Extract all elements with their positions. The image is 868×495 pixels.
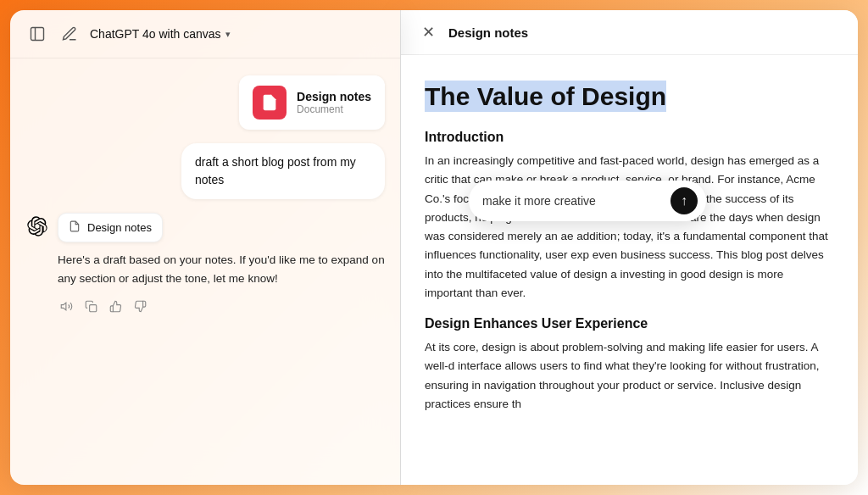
canvas-edit-input[interactable] xyxy=(482,194,662,208)
canvas-header: ✕ Design notes xyxy=(401,10,858,55)
file-info: Design notes Document xyxy=(297,90,371,115)
user-message-bubble: draft a short blog post from my notes xyxy=(181,143,385,199)
doc-title: The Value of Design xyxy=(425,81,666,112)
ref-label: Design notes xyxy=(87,221,152,234)
canvas-panel-title: Design notes xyxy=(448,25,528,40)
section2-heading: Design Enhances User Experience xyxy=(425,316,834,331)
ai-reference-card[interactable]: Design notes xyxy=(58,213,163,242)
file-type-icon xyxy=(253,86,287,120)
intro-heading: Introduction xyxy=(425,130,834,145)
new-chat-icon[interactable] xyxy=(58,22,81,46)
close-canvas-button[interactable]: ✕ xyxy=(418,22,438,42)
chevron-down-icon: ▾ xyxy=(225,29,231,40)
model-selector[interactable]: ChatGPT 4o with canvas ▾ xyxy=(90,27,231,41)
ai-message-text: Here's a draft based on your notes. If y… xyxy=(58,251,385,287)
svg-marker-2 xyxy=(61,303,66,310)
doc-title-container: The Value of Design xyxy=(425,79,834,114)
user-message-text: draft a short blog post from my notes xyxy=(195,155,356,186)
canvas-floating-input: ↑ xyxy=(469,181,706,221)
copy-icon[interactable] xyxy=(82,298,100,315)
svg-rect-3 xyxy=(90,305,97,312)
canvas-content: The Value of Design Introduction In an i… xyxy=(401,55,858,485)
canvas-panel: ✕ Design notes The Value of Design Intro… xyxy=(400,10,858,485)
intro-text: In an increasingly competitive and fast-… xyxy=(425,152,834,303)
submit-arrow-icon: ↑ xyxy=(681,193,687,209)
ai-message-content: Design notes Here's a draft based on you… xyxy=(58,213,385,315)
svg-rect-0 xyxy=(31,28,44,41)
chat-messages: Design notes Document draft a short blog… xyxy=(10,58,400,485)
message-actions xyxy=(58,298,385,315)
thumbs-up-icon[interactable] xyxy=(107,298,125,315)
model-name: ChatGPT 4o with canvas xyxy=(90,27,221,41)
sidebar-toggle-icon[interactable] xyxy=(25,22,49,46)
ai-response: Design notes Here's a draft based on you… xyxy=(25,213,385,315)
ai-avatar xyxy=(25,214,49,238)
ref-doc-icon xyxy=(69,220,81,235)
section2: Design Enhances User Experience At its c… xyxy=(425,316,834,414)
section2-text: At its core, design is about problem-sol… xyxy=(425,338,834,414)
chat-header: ChatGPT 4o with canvas ▾ xyxy=(10,10,400,58)
file-attachment-card: Design notes Document xyxy=(239,75,385,130)
file-name: Design notes xyxy=(297,90,371,103)
chat-panel: ChatGPT 4o with canvas ▾ Design notes Do… xyxy=(10,10,400,485)
canvas-submit-button[interactable]: ↑ xyxy=(670,187,698,214)
file-type: Document xyxy=(297,103,371,115)
speaker-icon[interactable] xyxy=(58,298,75,315)
app-container: ChatGPT 4o with canvas ▾ Design notes Do… xyxy=(0,0,868,495)
thumbs-down-icon[interactable] xyxy=(131,298,149,315)
